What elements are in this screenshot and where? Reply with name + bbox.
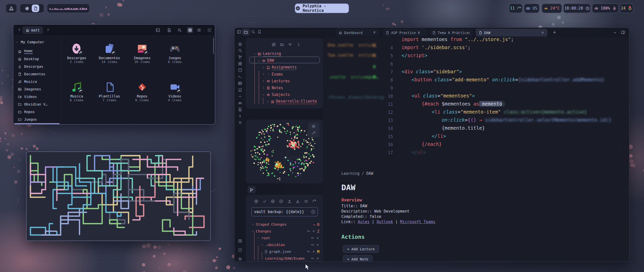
folder-item-imagenes[interactable]: Imagenes10 items — [127, 42, 157, 64]
sidebar-scrollbar[interactable] — [14, 123, 60, 124]
folder-item-descargas[interactable]: Descargas2 items — [62, 42, 92, 64]
stage-icon[interactable] — [312, 229, 315, 233]
sidebar-item-desktop[interactable]: Desktop — [13, 55, 61, 62]
clear-message-icon[interactable]: × — [311, 210, 315, 214]
sidebar-item-juegos[interactable]: Juegos — [13, 116, 61, 123]
grid9-button[interactable] — [207, 28, 212, 32]
tools-ribbon-button[interactable] — [238, 120, 242, 125]
grid-scrollbar[interactable] — [213, 38, 214, 54]
note-link-outlook[interactable]: Outlook — [377, 220, 393, 224]
commit-up-button[interactable] — [254, 199, 258, 203]
forward-button[interactable] — [46, 28, 50, 32]
tab-tema-6-pr-cticas[interactable]: Tema 6 Prácticas -… — [429, 29, 473, 37]
collapse-button[interactable] — [297, 43, 301, 47]
gear-ribbon-button[interactable] — [238, 257, 242, 261]
tray-24-c[interactable]: 24°C — [542, 4, 562, 13]
tab-daw[interactable]: DAW — [476, 29, 547, 37]
bookmark-button[interactable] — [257, 30, 262, 34]
back-button[interactable] — [17, 28, 21, 32]
upload-button[interactable] — [287, 199, 292, 203]
sidebar-item-repos[interactable]: Repos — [13, 108, 61, 115]
discard-icon[interactable] — [311, 257, 314, 260]
git-panel-tab[interactable] — [248, 186, 256, 193]
folder-item-juegos[interactable]: Juegos8 items — [160, 42, 190, 64]
discard-icon[interactable] — [307, 229, 310, 233]
code-ribbon-button[interactable]: <% — [238, 94, 242, 98]
vault-ribbon-button[interactable] — [238, 239, 242, 243]
book-ribbon-button[interactable] — [238, 88, 242, 92]
table-ribbon-button[interactable] — [238, 81, 242, 85]
discard-icon[interactable] — [311, 243, 314, 247]
discard-icon[interactable] — [311, 236, 314, 240]
action-button-add-note[interactable]: + Add Note — [343, 255, 373, 262]
breadcrumb[interactable]: matt — [22, 26, 43, 34]
dollar-ribbon-button[interactable]: $ — [238, 114, 242, 118]
help-ribbon-button[interactable]: ? — [238, 248, 242, 252]
plus-circle-button[interactable] — [271, 199, 275, 203]
calendar-ribbon-button[interactable] — [238, 68, 242, 72]
sidebar-item-musica[interactable]: Musica — [13, 78, 61, 85]
sidebar-item-documentos[interactable]: Documentos — [13, 71, 61, 78]
sidebar-item-descargas[interactable]: Descargas — [13, 63, 61, 70]
action-button-add-lecture[interactable]: + Add Lecture — [343, 245, 379, 253]
folder-item-videos[interactable]: Videos4 items — [160, 81, 190, 102]
tree-item-lectures[interactable]: Lectures — [262, 78, 290, 84]
terminal-sq-button[interactable] — [156, 28, 160, 32]
right-sidebar-toggle[interactable] — [621, 30, 625, 35]
stage-icon[interactable] — [312, 250, 315, 253]
sidebar-item-videos[interactable]: Videos — [13, 93, 61, 100]
check-button[interactable] — [262, 199, 267, 203]
tree-item-assignments[interactable]: Assignments — [262, 64, 297, 71]
sidebar-item-home[interactable]: Home — [13, 48, 61, 55]
discard-icon[interactable] — [307, 250, 310, 253]
tray-us[interactable]: US — [524, 4, 539, 13]
folder-item-plantillas[interactable]: Plantillas7 items — [94, 81, 125, 102]
now-playing[interactable]: Polyphia - Neurotica — [295, 4, 349, 13]
minus-circle-button[interactable] — [279, 199, 283, 203]
tab-asp-practice-6[interactable]: ASP Practice 6 — [383, 29, 427, 37]
pin-icon[interactable] — [373, 31, 376, 34]
git-row-obsidian[interactable]: .obsidian — [261, 242, 285, 248]
git-row-graph-json[interactable]: graph.json — [264, 248, 291, 255]
new-folder-button[interactable] — [280, 43, 284, 47]
git-row-root[interactable]: root — [257, 235, 270, 241]
sort-button[interactable] — [288, 43, 292, 47]
gear-icon[interactable] — [311, 124, 316, 128]
tray-24[interactable]: 24 — [620, 4, 633, 13]
breadcrumb-parent[interactable]: Learning — [341, 171, 359, 176]
sidebar-section[interactable]: My Computer — [13, 39, 61, 46]
tray-100[interactable]: 100% — [592, 4, 619, 13]
tab-list-button[interactable] — [613, 31, 617, 35]
new-note-button[interactable] — [272, 43, 276, 47]
wand-icon[interactable] — [311, 131, 316, 135]
list-button[interactable] — [197, 28, 201, 32]
new-tab-button[interactable] — [552, 30, 557, 35]
commit-message-input[interactable] — [251, 207, 318, 216]
tree-item-subjects[interactable]: Subjects — [262, 91, 290, 98]
tree-item-learning[interactable]: Learning — [253, 51, 281, 57]
tray-18-08-28[interactable]: 18:08:28 — [563, 4, 591, 13]
stage-icon[interactable] — [316, 236, 319, 240]
folder-item-repos[interactable]: Repos6 items — [127, 81, 157, 102]
file-plus-button[interactable] — [167, 28, 171, 32]
grid-button[interactable] — [187, 27, 193, 33]
note-link-microsoft-teams[interactable]: Microsoft Teams — [400, 220, 435, 224]
download-tray-button[interactable] — [296, 199, 300, 203]
stage-icon[interactable] — [316, 243, 319, 247]
folder-button[interactable] — [242, 29, 250, 36]
folder-item-documentos[interactable]: Documentos14 items — [94, 42, 125, 64]
tab-dashboard[interactable]: Dashboard — [336, 29, 379, 37]
active-app-badge[interactable] — [32, 5, 39, 12]
home-ribbon-button[interactable] — [238, 42, 242, 46]
graph-ribbon-button[interactable] — [238, 55, 242, 59]
list-ul-button[interactable] — [304, 199, 308, 203]
unstage-icon[interactable]: — — [313, 222, 316, 227]
terminal-ribbon-button[interactable] — [238, 75, 242, 79]
gamepad-ribbon-button[interactable] — [238, 101, 242, 105]
app-switcher[interactable] — [20, 4, 44, 13]
file-search-ribbon-button[interactable] — [238, 107, 242, 112]
git-row-staged-changes[interactable]: Staged Changes — [251, 221, 287, 228]
search-button[interactable] — [177, 28, 182, 32]
launcher-button[interactable] — [6, 4, 17, 13]
close-tab-icon[interactable] — [541, 31, 544, 34]
